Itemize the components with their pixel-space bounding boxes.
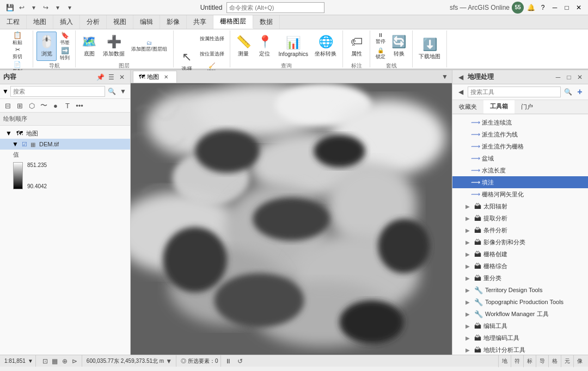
layer-map[interactable]: ▼ 🗺 地图 [0, 128, 130, 139]
undo-dropdown[interactable]: ▾ [28, 2, 39, 13]
add-layer-button[interactable]: 🗂 添加图层/图层组 [128, 32, 170, 61]
status-tab-sym[interactable]: 符 [511, 355, 523, 367]
status-tab-nav[interactable]: 导 [536, 355, 548, 367]
polygon-icon[interactable]: ⬡ [26, 100, 37, 111]
tool-flow-length[interactable]: ⟿ 水流长度 [452, 164, 588, 176]
group-raster-create[interactable]: ▶ 🏔 栅格创建 [452, 248, 588, 260]
contents-search-input[interactable] [10, 86, 105, 97]
download-map-button[interactable]: ⬇️ 下载地图 [416, 34, 443, 64]
geo-expand-button[interactable]: □ [564, 72, 574, 82]
tab-view[interactable]: 视图 [107, 15, 133, 29]
select-by-attr-button[interactable]: 按属性选择 [198, 32, 226, 46]
prev-extent-button[interactable]: ⊡ [40, 356, 50, 366]
tool-derive-flow-as-line[interactable]: ⟿ 派生流作为线 [452, 128, 588, 140]
select-by-loc-button[interactable]: 按位置选择 [198, 47, 226, 61]
tab-data[interactable]: 数据 [253, 15, 280, 29]
paste-button[interactable]: 📋粘贴 [5, 32, 29, 46]
add-data-button[interactable]: ➕ 添加数据 [100, 32, 127, 61]
save-button[interactable]: 💾 [4, 2, 15, 13]
extent-button[interactable]: ▦ [50, 356, 60, 366]
status-tab-grid[interactable]: 格 [548, 355, 561, 367]
locate-button[interactable]: 📍 定位 [255, 32, 275, 61]
status-tab-meta[interactable]: 元 [561, 355, 573, 367]
tab-insert[interactable]: 插入 [53, 15, 80, 29]
group-condition[interactable]: ▶ 🏔 条件分析 [452, 224, 588, 236]
undo-button[interactable]: ↩ [16, 2, 27, 13]
label-icon[interactable]: T [62, 100, 73, 111]
tool-derive-flow-as-raster[interactable]: ⟿ 派生流作为栅格 [452, 140, 588, 152]
group-raster-generalize[interactable]: ▶ 🏔 栅格综合 [452, 260, 588, 272]
tab-imagery[interactable]: 影像 [160, 15, 187, 29]
tab-toolbox[interactable]: 工具箱 [483, 100, 514, 114]
tool-derive-continuous-flow[interactable]: ⟿ 派生连续流 [452, 116, 588, 128]
notification-bell[interactable]: 🔔 [526, 3, 536, 13]
tab-edit[interactable]: 编辑 [133, 15, 160, 29]
tab-raster-layer[interactable]: 栅格图层 [213, 15, 253, 29]
line-icon[interactable]: 〜 [38, 100, 49, 111]
search-more-button[interactable]: ▼ [118, 86, 128, 96]
group-solar[interactable]: ▶ 🏔 太阳辐射 [452, 200, 588, 212]
scale-selector[interactable]: 1:81,851 ▼ [2, 355, 36, 367]
status-tab-img[interactable]: 像 [573, 355, 586, 367]
group-topographic[interactable]: ▶ 🔧 Topographic Production Tools [452, 296, 588, 308]
basemap-button[interactable]: 🗺️ 底图 [79, 32, 99, 61]
status-tab-geo[interactable]: 地 [498, 355, 511, 367]
group-territory-design[interactable]: ▶ 🔧 Territory Design Tools [452, 284, 588, 296]
map-tab[interactable]: 🗺 地图 ✕ [133, 71, 177, 83]
layer-dem[interactable]: ▼ ☑ ▦ DEM.tif [0, 139, 130, 150]
next-extent-button[interactable]: ⊳ [70, 356, 79, 366]
contents-close-button[interactable]: ✕ [117, 72, 127, 82]
tab-share[interactable]: 共享 [187, 15, 213, 29]
user-badge[interactable]: 55 [512, 2, 524, 14]
tab-project[interactable]: 工程 [0, 15, 27, 29]
point-icon[interactable]: ● [50, 100, 61, 111]
cut-button[interactable]: ✂剪切 [5, 46, 29, 60]
maximize-button[interactable]: □ [562, 3, 572, 13]
lock-button[interactable]: 🔒锁定 [373, 47, 388, 61]
pin-button[interactable]: 📌 [95, 72, 105, 82]
geo-search-button[interactable]: 🔍 [563, 87, 573, 97]
geo-add-button[interactable]: + [575, 87, 585, 97]
geo-pin-button[interactable]: ─ [553, 72, 563, 82]
geo-back-nav[interactable]: ◀ [456, 87, 465, 97]
infographics-button[interactable]: 📊 Infographics [276, 32, 311, 61]
group-spatial-stats[interactable]: ▶ 🏔 地统计分析工具 [452, 344, 588, 355]
tab-portal[interactable]: 门户 [514, 100, 540, 114]
scale-dropdown[interactable]: ▼ [28, 358, 33, 364]
pause-button[interactable]: ⏸暂停 [373, 32, 388, 46]
group-editing[interactable]: ▶ 🏔 编辑工具 [452, 320, 588, 332]
search-button[interactable]: 🔍 [107, 86, 117, 96]
close-button[interactable]: ✕ [574, 3, 584, 13]
minimize-button[interactable]: ─ [550, 3, 560, 13]
help-button[interactable]: ? [538, 3, 548, 13]
tool-watershed[interactable]: ⟿ 盆域 [452, 152, 588, 164]
group-workflow[interactable]: ▶ 🔧 Workflow Manager 工具 [452, 308, 588, 320]
group-segmentation[interactable]: ▶ 🏔 影像分割和分类 [452, 236, 588, 248]
geo-back-button[interactable]: ◀ [456, 72, 465, 82]
tab-map[interactable]: 地图 [27, 15, 53, 29]
map-tab-close[interactable]: ✕ [161, 72, 171, 82]
redo-dropdown[interactable]: ▾ [52, 2, 63, 13]
group-extract[interactable]: ▶ 🏔 提取分析 [452, 212, 588, 224]
measure-button[interactable]: 📏 测量 [234, 32, 254, 61]
dem-checkbox[interactable]: ☑ [22, 141, 27, 148]
group-reclassify[interactable]: ▶ 🏔 重分类 [452, 272, 588, 284]
coord-transform-button[interactable]: 🌐 坐标转换 [312, 32, 339, 61]
sync-button[interactable]: ⊕ [60, 356, 70, 366]
contents-menu-button[interactable]: ☰ [106, 72, 116, 82]
more-button[interactable]: ▾ [64, 2, 75, 13]
group-geocoding[interactable]: ▶ 🏔 地理编码工具 [452, 332, 588, 344]
bookmark-button[interactable]: 🔖书签 [58, 32, 72, 46]
tool-fill[interactable]: ⟿ 填洼 [452, 176, 588, 188]
tool-stream-to-feature[interactable]: ⟿ 栅格河网矢里化 [452, 188, 588, 200]
map-scroll-right[interactable]: ▼ [440, 72, 450, 82]
refresh-status[interactable]: ↺ [235, 356, 245, 366]
label-button[interactable]: 🏷 属性 [347, 32, 366, 61]
tab-analysis[interactable]: 分析 [80, 15, 107, 29]
pause-status[interactable]: ⏸ [223, 356, 233, 366]
filter-layers-icon[interactable]: ⊟ [2, 100, 13, 111]
status-tab-label[interactable]: 标 [523, 355, 536, 367]
browse-button[interactable]: 🖱️ 浏览 [36, 32, 57, 61]
redo-button[interactable]: ↪ [40, 2, 51, 13]
geo-search-input[interactable] [468, 86, 561, 97]
